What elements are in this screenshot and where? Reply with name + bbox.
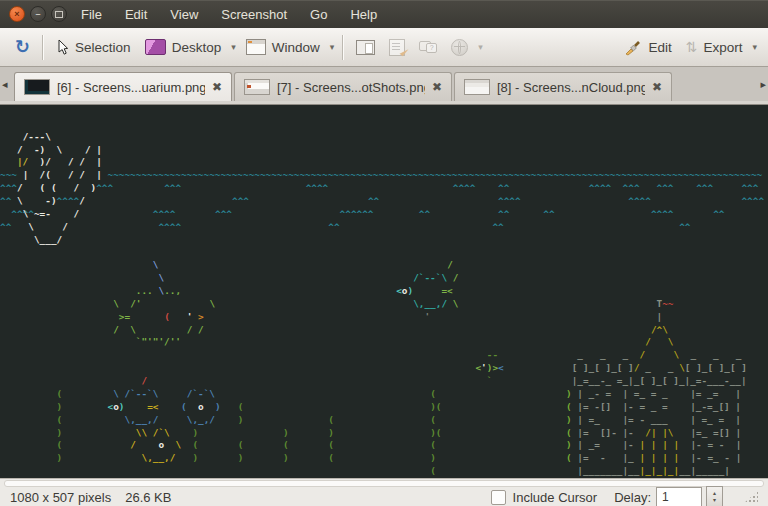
ascii-segment: \	[113, 298, 119, 311]
ascii-segment: |	[23, 169, 29, 182]
ascii-segment: (	[328, 439, 334, 452]
notes-pencil-icon	[389, 39, 405, 56]
ascii-segment: o	[158, 439, 164, 452]
ascii-segment: \	[17, 195, 23, 208]
edit-button[interactable]: Edit	[617, 36, 678, 59]
ascii-segment: /	[453, 272, 459, 285]
cursor-arrow-icon	[56, 39, 69, 56]
menubar: File Edit View Screenshot Go Help	[81, 7, 377, 22]
ascii-segment: /'	[130, 298, 141, 311]
close-window-icon[interactable]: ×	[9, 6, 25, 22]
ascii-segment: --	[487, 349, 498, 362]
ascii-segment: \	[158, 272, 164, 285]
maximize-window-icon[interactable]	[51, 6, 67, 22]
ascii-segment: )	[408, 285, 414, 298]
tab-scroll-right-icon[interactable]: ▸	[760, 79, 766, 90]
ascii-segment: |_|_|_|	[640, 465, 680, 478]
tab-scroll-left-icon[interactable]: ◂	[2, 79, 8, 90]
ascii-segment: )	[192, 452, 198, 465]
ascii-segment: )	[328, 427, 334, 440]
ascii-segment: ^^^^	[589, 182, 612, 195]
spin-down-icon[interactable]: ▾	[713, 497, 716, 504]
menu-view[interactable]: View	[170, 7, 198, 22]
ascii-segment: '	[187, 311, 193, 324]
menu-file[interactable]: File	[81, 7, 102, 22]
ascii-segment: )	[57, 427, 63, 440]
window-dropdown-icon[interactable]: ▾	[327, 42, 338, 52]
ascii-segment: \	[28, 221, 34, 234]
ascii-segment: ^^^^	[498, 195, 521, 208]
section-capture-button[interactable]	[349, 37, 382, 58]
ascii-segment: |	[96, 156, 102, 169]
ascii-segment: ^^^^	[651, 208, 674, 221]
ascii-segment: /	[198, 324, 204, 337]
menu-edit[interactable]: Edit	[125, 7, 147, 22]
tab-close-icon[interactable]: ✖	[652, 80, 662, 94]
menu-screenshot[interactable]: Screenshot	[221, 7, 287, 22]
ascii-segment: ^^^	[657, 182, 674, 195]
desktop-dropdown-icon[interactable]: ▾	[228, 42, 239, 52]
delay-spinner[interactable]: ▴▾	[706, 486, 723, 506]
tab-thumbnail	[244, 79, 270, 95]
selection-capture-button[interactable]: Selection	[49, 36, 138, 59]
ascii-segment: ^^	[713, 208, 724, 221]
ascii-segment: o	[198, 401, 204, 414]
export-button[interactable]: ⇅ Export	[679, 36, 750, 58]
ascii-segment: )	[57, 401, 63, 414]
ascii-segment: ^^^	[164, 182, 181, 195]
ascii-segment: /	[17, 144, 23, 157]
ascii-segment: ^^	[0, 221, 11, 234]
export-dropdown-icon[interactable]: ▾	[749, 42, 760, 52]
ascii-segment: /	[447, 259, 453, 272]
ascii-segment: (	[57, 414, 63, 427]
ascii-segment: ^^	[368, 195, 379, 208]
shutter-window: × – File Edit View Screenshot Go Help ↻ …	[0, 0, 768, 506]
ascii-segment: (	[436, 401, 442, 414]
ascii-segment: >	[198, 311, 204, 324]
ascii-segment: |=_ =[] |	[674, 427, 742, 440]
ascii-segment: ^^^	[96, 182, 113, 195]
web-dropdown-icon[interactable]: ▾	[475, 42, 486, 52]
ascii-segment: `"'"'/''	[136, 336, 181, 349]
desktop-capture-button[interactable]: Desktop	[138, 36, 229, 58]
spin-up-icon[interactable]: ▴	[713, 490, 716, 497]
tab-screenshots[interactable]: [7] - Screens...otShots.png ✖	[234, 72, 452, 101]
include-cursor-checkbox[interactable]	[491, 490, 506, 505]
ascii-segment: ..,	[164, 285, 181, 298]
menu-capture-button[interactable]	[382, 36, 412, 59]
window-section-icon	[356, 40, 375, 55]
tab-label: [8] - Screens...nCloud.png	[497, 80, 645, 95]
delay-input[interactable]: 1	[656, 487, 702, 506]
ascii-segment: /`--`\	[125, 388, 159, 401]
desktop-icon	[145, 39, 166, 55]
tab-nextcloud[interactable]: [8] - Screens...nCloud.png ✖	[454, 72, 672, 101]
ascii-segment: (	[430, 439, 436, 452]
ascii-segment: |- = - |	[679, 439, 741, 452]
tab-close-icon[interactable]: ✖	[432, 80, 442, 94]
tab-asciiquarium[interactable]: [6] - Screens...uarium.png ✖	[14, 72, 232, 101]
redo-capture-button[interactable]: ↻	[8, 35, 37, 59]
ascii-segment: <	[498, 362, 504, 375]
web-capture-button[interactable]	[444, 36, 475, 59]
tooltip-capture-button[interactable]	[412, 37, 444, 57]
ascii-segment: (	[430, 414, 436, 427]
menu-go[interactable]: Go	[310, 7, 327, 22]
ascii-segment: |= - |_	[572, 452, 640, 465]
tab-close-icon[interactable]: ✖	[212, 80, 222, 94]
toolbar-right-group: Edit ⇅ Export ▾	[617, 36, 760, 59]
menu-help[interactable]: Help	[350, 7, 377, 22]
tab-thumbnail	[24, 79, 50, 95]
globe-icon	[451, 39, 468, 56]
ascii-segment: /	[68, 156, 74, 169]
ascii-segment: ~~	[662, 298, 673, 311]
ascii-segment: =<	[147, 401, 158, 414]
ascii-segment: (	[238, 439, 244, 452]
ascii-segment: -)	[45, 195, 56, 208]
ascii-segment: | | | |	[640, 439, 680, 452]
resize-grip[interactable]	[744, 491, 758, 503]
window-capture-button[interactable]: Window	[239, 36, 327, 58]
ascii-segment: (	[283, 439, 289, 452]
ascii-segment: \	[674, 349, 680, 362]
minimize-window-icon[interactable]: –	[30, 6, 46, 22]
ascii-segment: (	[436, 427, 442, 440]
